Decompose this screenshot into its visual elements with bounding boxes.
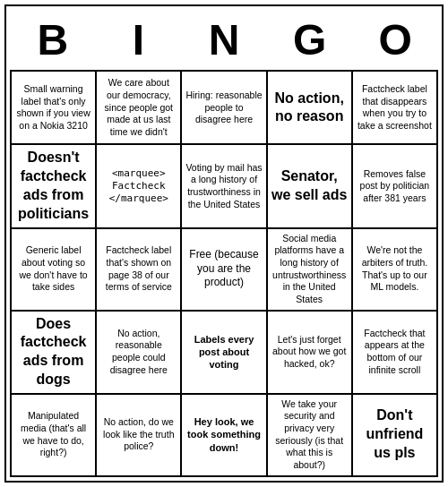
cell-4-1[interactable]: No action, do we look like the truth pol… <box>97 395 182 477</box>
cell-3-4[interactable]: Factcheck that appears at the bottom of … <box>353 312 438 395</box>
letter-b: B <box>13 15 92 64</box>
cell-0-0[interactable]: Small warning label that's only shown if… <box>12 72 97 145</box>
cell-1-3[interactable]: Senator, we sell ads <box>268 145 353 228</box>
letter-o: O <box>356 15 435 64</box>
cell-1-4[interactable]: Removes false post by politician after 3… <box>353 145 438 228</box>
cell-0-2[interactable]: Hiring: reasonable people to disagree he… <box>182 72 267 145</box>
letter-i: I <box>99 15 177 64</box>
cell-1-1[interactable]: <marquee> Factcheck </marquee> <box>97 145 182 228</box>
cell-3-0[interactable]: Does factcheck ads from dogs <box>12 312 97 395</box>
cell-4-2[interactable]: Hey look, we took something down! <box>182 395 267 477</box>
cell-2-3[interactable]: Social media platforms have a long histo… <box>268 229 353 312</box>
cell-4-4[interactable]: Don't unfriend us pls <box>353 395 438 477</box>
cell-3-3[interactable]: Let's just forget about how we got hacke… <box>268 312 353 395</box>
bingo-grid: Small warning label that's only shown if… <box>10 70 438 476</box>
cell-2-4[interactable]: We're not the arbiters of truth. That's … <box>353 229 438 312</box>
cell-0-1[interactable]: We care about our democracy, since peopl… <box>97 72 182 145</box>
letter-n: N <box>185 15 263 64</box>
cell-1-0[interactable]: Doesn't factcheck ads from politicians <box>12 145 97 228</box>
bingo-header: B I N G O <box>10 10 438 70</box>
cell-1-2[interactable]: Voting by mail has a long history of tru… <box>182 145 267 228</box>
bingo-card: B I N G O Small warning label that's onl… <box>4 4 444 482</box>
cell-3-1[interactable]: No action, reasonable people could disag… <box>97 312 182 395</box>
cell-0-3[interactable]: No action, no reason <box>268 72 353 145</box>
letter-g: G <box>271 15 349 64</box>
cell-0-4[interactable]: Factcheck label that disappears when you… <box>353 72 438 145</box>
cell-4-0[interactable]: Manipulated media (that's all we have to… <box>12 395 97 477</box>
cell-4-3[interactable]: We take your security and privacy very s… <box>268 395 353 477</box>
cell-3-2[interactable]: Labels every post about voting <box>182 312 267 395</box>
cell-2-0[interactable]: Generic label about voting so we don't h… <box>12 229 97 312</box>
cell-2-1[interactable]: Factcheck label that's shown on page 38 … <box>97 229 182 312</box>
cell-2-2-free[interactable]: Free (because you are the product) <box>182 229 267 312</box>
